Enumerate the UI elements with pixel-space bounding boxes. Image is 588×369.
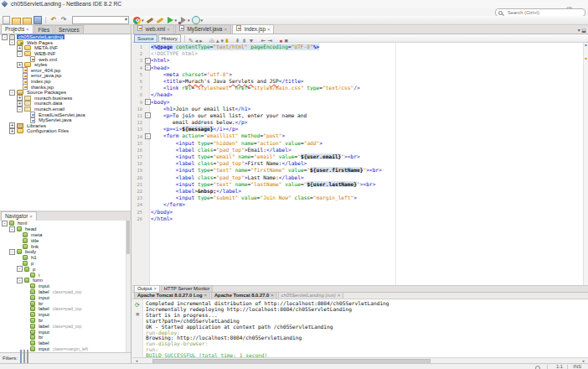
output-tab-output[interactable]: Output× (134, 285, 160, 292)
collapse-toggle-icon[interactable]: - (2, 221, 8, 226)
run-project-dropdown-icon[interactable]: ▾ (175, 18, 178, 23)
tree-item-h1[interactable]: h1 (0, 255, 131, 261)
code-fold-toggle-icon[interactable]: - (145, 133, 151, 139)
browser-select-dropdown-icon[interactable]: ▾ (142, 18, 144, 23)
tree-item-input[interactable]: input (0, 283, 131, 289)
close-icon[interactable]: × (204, 293, 207, 298)
tree-item-meta[interactable]: meta (0, 232, 131, 238)
editor-tab-list-button[interactable]: ▾ ⬓ (578, 27, 586, 33)
code-editor[interactable]: 1<%@page contentType="text/html" pageEnc… (132, 43, 588, 285)
close-icon[interactable]: × (29, 214, 33, 219)
profile-project-dropdown-icon[interactable]: ▾ (201, 18, 204, 23)
code-line-22[interactable]: 22 <label>&nbsp;</label> (132, 188, 583, 195)
code-line-4[interactable]: 4-<head> (132, 65, 583, 71)
tree-item-label[interactable]: labelclass=pad_top (0, 289, 131, 295)
code-fold-toggle-icon[interactable]: - (145, 65, 151, 70)
close-icon[interactable]: × (153, 286, 156, 291)
stop-button[interactable]: ■ (134, 310, 142, 318)
code-line-12[interactable]: 12 email address below.</p> (132, 119, 583, 126)
source-view-button[interactable]: Source (134, 34, 157, 43)
collapse-toggle-icon[interactable]: - (9, 90, 15, 96)
tree-item-input[interactable]: input (0, 312, 131, 318)
tree-item-label[interactable]: labelclass=pad_top (0, 306, 131, 312)
tree-item-input[interactable]: input (0, 329, 131, 335)
new-file-icon[interactable] (3, 16, 10, 24)
tab-projects[interactable]: Projects× (1, 24, 34, 34)
code-line-15[interactable]: 15 <input type="hidden" name="action" va… (132, 140, 583, 147)
output-tab-apache-tomcat-8-0-27-0[interactable]: Apache Tomcat 8.0.27.0× (211, 292, 277, 299)
code-line-25[interactable]: 25</body> (132, 209, 583, 216)
code-line-26[interactable]: 26</html> (132, 216, 583, 222)
code-line-1[interactable]: 1<%@page contentType="text/html" pageEnc… (132, 44, 583, 50)
tree-item-murach-email[interactable]: -murach.email (0, 107, 131, 112)
debug-project-icon[interactable] (178, 16, 187, 24)
code-line-8[interactable]: 8</head> (132, 91, 583, 98)
tree-item-br[interactable]: br (0, 335, 131, 340)
code-fold-toggle-icon[interactable]: - (145, 58, 151, 64)
redo-icon[interactable]: ↷ (59, 16, 68, 24)
navigator-scrollbar[interactable] (126, 221, 131, 352)
project-config-combo[interactable] (72, 16, 129, 24)
search-input[interactable] (506, 9, 576, 16)
collapse-toggle-icon[interactable]: - (9, 249, 15, 255)
browser-select-icon[interactable] (133, 17, 141, 24)
collapse-toggle-icon[interactable]: - (9, 226, 15, 232)
code-line-14[interactable]: 14- <form action="emaillist" method="pos… (132, 133, 583, 139)
code-line-3[interactable]: 3-<html> (132, 57, 583, 64)
tree-item-br[interactable]: br (0, 300, 131, 306)
tree-item-br[interactable]: br (0, 318, 131, 324)
debug-project-dropdown-icon[interactable]: ▾ (188, 18, 190, 23)
code-line-19[interactable]: 19 <input type="text" name="firstName" v… (132, 167, 583, 174)
collapse-toggle-icon[interactable]: - (9, 39, 15, 45)
tree-item-head[interactable]: -head (0, 226, 131, 232)
code-line-17[interactable]: 17 <input type="email" name="email" valu… (132, 153, 583, 160)
code-line-5[interactable]: 5 <meta charset="utf-8"> (132, 71, 583, 78)
collapse-toggle-icon[interactable]: - (2, 34, 8, 40)
tab-services[interactable]: Services (54, 25, 84, 34)
tree-item-error-java-jsp[interactable]: error_java.jsp (0, 73, 131, 79)
code-fold-toggle-icon[interactable]: - (145, 99, 151, 105)
tree-item-html[interactable]: -html (0, 221, 131, 226)
collapse-toggle-icon[interactable]: - (17, 107, 23, 112)
tree-item-thanks-jsp[interactable]: thanks.jsp (0, 84, 131, 90)
tree-item-ch05servletlanding[interactable]: -ch05ServletLanding (0, 34, 131, 40)
profile-project-icon[interactable] (192, 16, 200, 24)
tree-item-body[interactable]: -body (0, 249, 131, 255)
code-line-6[interactable]: 6 <title>Murach's Java Servlets and JSP<… (132, 78, 583, 85)
editor-tab-web-xml[interactable]: web.xml× (133, 24, 174, 34)
code-line-20[interactable]: 20 <label class="pad_top">Last Name:</la… (132, 174, 583, 181)
tree-item-web-pages[interactable]: -Web Pages (0, 40, 131, 46)
output-tab-ch05servletlanding-run-[interactable]: ch05ServletLanding (run)× (278, 292, 343, 299)
code-line-9[interactable]: 9-<body> (132, 99, 583, 106)
code-line-16[interactable]: 16 <label class="pad_top">Email:</label> (132, 147, 583, 153)
code-line-7[interactable]: 7 <link rel="stylesheet" href="styles/ma… (132, 85, 583, 91)
close-icon[interactable]: × (271, 293, 273, 298)
tree-item-title[interactable]: title (0, 237, 131, 243)
code-line-13[interactable]: 13 <p><i>${message}</i></p> (132, 126, 583, 133)
tree-item-libraries[interactable]: +Libraries (0, 123, 131, 129)
close-icon[interactable]: × (338, 293, 340, 298)
collapse-toggle-icon[interactable]: - (17, 266, 23, 272)
tree-item-input[interactable]: input (0, 294, 131, 300)
tree-item-label[interactable]: labelclass=pad_top (0, 323, 131, 329)
output-tab-http-server-monitor[interactable]: HTTP Server Monitor (161, 285, 214, 292)
code-line-11[interactable]: 11- <p>To join our email list, enter you… (132, 112, 583, 119)
build-project-icon[interactable] (146, 16, 154, 24)
save-all-icon[interactable] (34, 16, 42, 24)
code-line-23[interactable]: 23 <input type="submit" value="Join Now"… (132, 195, 583, 201)
scrollbar-thumb[interactable] (126, 221, 130, 254)
tree-item-myservlet-java[interactable]: MyServlet.java (0, 117, 131, 123)
tree-item-emaillistservlet-java[interactable]: EmailListServlet.java (0, 112, 131, 117)
tree-item-styles[interactable]: +styles (0, 62, 131, 68)
code-line-2[interactable]: 2<!DOCTYPE html> (132, 50, 583, 57)
run-project-icon[interactable] (166, 16, 174, 24)
tab-files[interactable]: Files (34, 25, 54, 34)
code-line-10[interactable]: 10 <h1>Join our email list</h1> (132, 106, 583, 112)
code-fold-toggle-icon[interactable]: - (145, 112, 151, 118)
code-line-21[interactable]: 21 <input type="text" name="lastName" va… (132, 181, 583, 188)
undo-icon[interactable]: ↶ (49, 16, 58, 24)
collapse-toggle-icon[interactable]: - (17, 278, 23, 283)
tree-item-web-inf[interactable]: -WEB-INF (0, 51, 131, 57)
tree-item-form[interactable]: -form (0, 278, 131, 283)
history-view-button[interactable]: History (158, 34, 181, 43)
